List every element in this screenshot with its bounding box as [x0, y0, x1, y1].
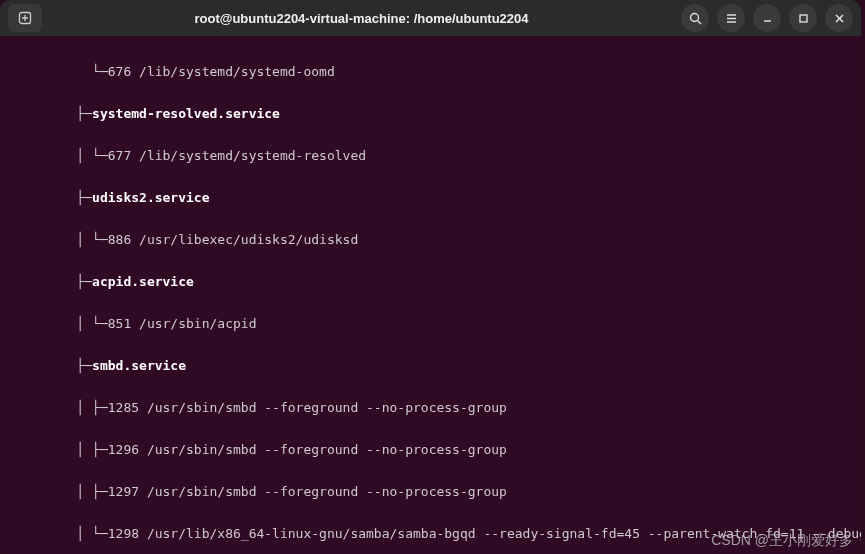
line: └─676 /lib/systemd/systemd-oomd — [6, 61, 855, 82]
close-icon — [833, 12, 846, 25]
line: │ ├─1297 /usr/sbin/smbd --foreground --n… — [6, 481, 855, 502]
terminal-window: root@ubuntu2204-virtual-machine: /home/u… — [0, 0, 861, 554]
line: ├─udisks2.service — [6, 187, 855, 208]
line: │ ├─1285 /usr/sbin/smbd --foreground --n… — [6, 397, 855, 418]
minimize-button[interactable] — [753, 4, 781, 32]
line: ├─acpid.service — [6, 271, 855, 292]
new-tab-icon — [18, 11, 32, 25]
svg-point-3 — [690, 13, 698, 21]
line: │ └─886 /usr/libexec/udisks2/udisksd — [6, 229, 855, 250]
search-icon — [689, 12, 702, 25]
terminal-output[interactable]: └─676 /lib/systemd/systemd-oomd ├─system… — [0, 36, 861, 554]
window-title: root@ubuntu2204-virtual-machine: /home/u… — [50, 11, 673, 26]
svg-line-4 — [697, 20, 701, 24]
hamburger-icon — [725, 12, 738, 25]
new-tab-button[interactable] — [8, 4, 42, 32]
titlebar: root@ubuntu2204-virtual-machine: /home/u… — [0, 0, 861, 36]
close-button[interactable] — [825, 4, 853, 32]
svg-rect-9 — [800, 15, 807, 22]
line: │ └─1298 /usr/lib/x86_64-linux-gnu/samba… — [6, 523, 855, 544]
line: ├─smbd.service — [6, 355, 855, 376]
minimize-icon — [761, 12, 774, 25]
line: │ └─851 /usr/sbin/acpid — [6, 313, 855, 334]
maximize-icon — [797, 12, 810, 25]
line: ├─systemd-resolved.service — [6, 103, 855, 124]
line: │ ├─1296 /usr/sbin/smbd --foreground --n… — [6, 439, 855, 460]
menu-button[interactable] — [717, 4, 745, 32]
search-button[interactable] — [681, 4, 709, 32]
maximize-button[interactable] — [789, 4, 817, 32]
line: │ └─677 /lib/systemd/systemd-resolved — [6, 145, 855, 166]
